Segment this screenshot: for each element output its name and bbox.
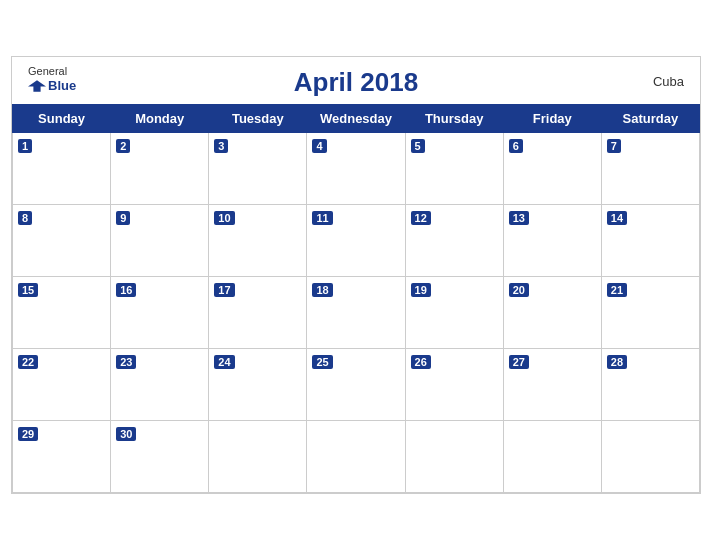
calendar-cell: 11 (307, 205, 405, 277)
calendar-cell: 7 (601, 133, 699, 205)
day-number: 28 (607, 355, 627, 369)
header-wednesday: Wednesday (307, 105, 405, 133)
day-number: 7 (607, 139, 621, 153)
calendar-cell: 22 (13, 349, 111, 421)
day-number: 29 (18, 427, 38, 441)
day-number: 11 (312, 211, 332, 225)
day-number: 26 (411, 355, 431, 369)
calendar-cell: 19 (405, 277, 503, 349)
header-tuesday: Tuesday (209, 105, 307, 133)
calendar-cell: 15 (13, 277, 111, 349)
day-number: 10 (214, 211, 234, 225)
day-number: 8 (18, 211, 32, 225)
day-number: 20 (509, 283, 529, 297)
day-number: 17 (214, 283, 234, 297)
header-thursday: Thursday (405, 105, 503, 133)
calendar-cell: 29 (13, 421, 111, 493)
header-monday: Monday (111, 105, 209, 133)
day-number: 13 (509, 211, 529, 225)
calendar-table: Sunday Monday Tuesday Wednesday Thursday… (12, 104, 700, 493)
calendar-cell: 12 (405, 205, 503, 277)
logo-area: General Blue (28, 65, 76, 94)
day-number: 19 (411, 283, 431, 297)
logo-blue-area: Blue (28, 78, 76, 94)
calendar-cell: 30 (111, 421, 209, 493)
calendar-cell: 13 (503, 205, 601, 277)
week-row-2: 891011121314 (13, 205, 700, 277)
calendar-header: General Blue April 2018 Cuba (12, 57, 700, 104)
calendar-cell: 5 (405, 133, 503, 205)
day-number: 4 (312, 139, 326, 153)
day-number: 14 (607, 211, 627, 225)
calendar-cell: 21 (601, 277, 699, 349)
calendar-cell: 23 (111, 349, 209, 421)
country-label: Cuba (653, 73, 684, 88)
calendar-cell: 16 (111, 277, 209, 349)
calendar-cell: 20 (503, 277, 601, 349)
day-number: 23 (116, 355, 136, 369)
calendar-cell: 24 (209, 349, 307, 421)
calendar-cell (209, 421, 307, 493)
day-number: 18 (312, 283, 332, 297)
calendar-cell: 17 (209, 277, 307, 349)
day-number: 2 (116, 139, 130, 153)
header-friday: Friday (503, 105, 601, 133)
calendar-cell (307, 421, 405, 493)
calendar-cell: 8 (13, 205, 111, 277)
calendar-cell: 18 (307, 277, 405, 349)
day-number: 24 (214, 355, 234, 369)
day-number: 5 (411, 139, 425, 153)
calendar-cell (601, 421, 699, 493)
week-row-3: 15161718192021 (13, 277, 700, 349)
day-number: 15 (18, 283, 38, 297)
week-row-4: 22232425262728 (13, 349, 700, 421)
calendar-cell: 6 (503, 133, 601, 205)
calendar-cell: 26 (405, 349, 503, 421)
calendar-cell: 10 (209, 205, 307, 277)
logo-general-text: General (28, 65, 67, 78)
day-number: 30 (116, 427, 136, 441)
logo-blue-text: Blue (48, 78, 76, 94)
day-number: 22 (18, 355, 38, 369)
logo-bird-icon (28, 79, 46, 93)
calendar-cell: 25 (307, 349, 405, 421)
calendar-cell (503, 421, 601, 493)
calendar-cell (405, 421, 503, 493)
header-sunday: Sunday (13, 105, 111, 133)
day-number: 12 (411, 211, 431, 225)
calendar-cell: 28 (601, 349, 699, 421)
calendar: General Blue April 2018 Cuba Sunday Mond… (11, 56, 701, 494)
week-row-5: 2930 (13, 421, 700, 493)
calendar-cell: 3 (209, 133, 307, 205)
day-number: 6 (509, 139, 523, 153)
calendar-cell: 9 (111, 205, 209, 277)
day-number: 1 (18, 139, 32, 153)
header-saturday: Saturday (601, 105, 699, 133)
day-number: 25 (312, 355, 332, 369)
calendar-title: April 2018 (294, 67, 418, 98)
calendar-cell: 27 (503, 349, 601, 421)
day-number: 21 (607, 283, 627, 297)
svg-marker-0 (28, 80, 46, 92)
calendar-cell: 14 (601, 205, 699, 277)
day-number: 16 (116, 283, 136, 297)
calendar-cell: 2 (111, 133, 209, 205)
day-number: 27 (509, 355, 529, 369)
week-row-1: 1234567 (13, 133, 700, 205)
day-number: 3 (214, 139, 228, 153)
weekday-header-row: Sunday Monday Tuesday Wednesday Thursday… (13, 105, 700, 133)
calendar-cell: 1 (13, 133, 111, 205)
calendar-cell: 4 (307, 133, 405, 205)
day-number: 9 (116, 211, 130, 225)
